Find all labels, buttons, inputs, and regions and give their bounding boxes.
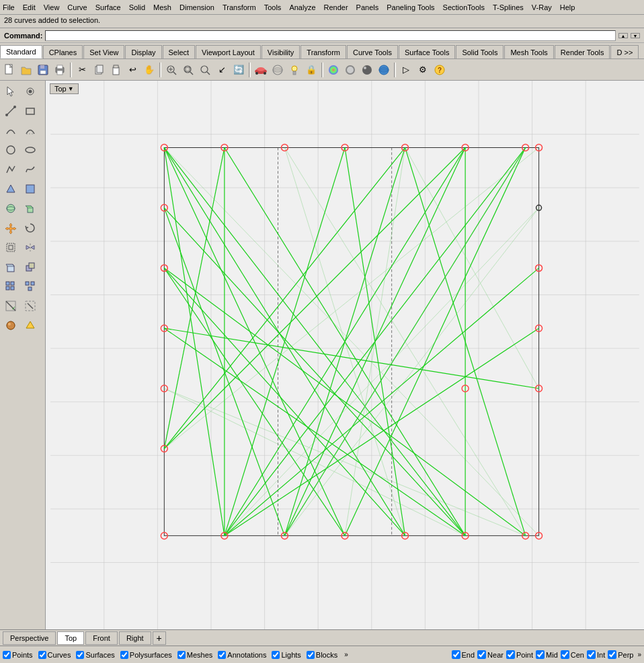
ellipse-tool[interactable] bbox=[21, 141, 40, 159]
rotate-view-button[interactable]: 🔄 bbox=[231, 62, 247, 78]
mirror-tool[interactable] bbox=[21, 238, 40, 257]
menu-surface[interactable]: Surface bbox=[95, 3, 121, 11]
tab-top[interactable]: Top bbox=[57, 631, 84, 645]
paste-button[interactable] bbox=[108, 62, 124, 78]
extrude-tool[interactable] bbox=[21, 199, 40, 218]
menu-edit[interactable]: Edit bbox=[23, 3, 36, 11]
color2-button[interactable] bbox=[342, 62, 358, 78]
check-annotations[interactable]: Annotations bbox=[218, 651, 266, 659]
scroll-down[interactable]: ▼ bbox=[631, 33, 640, 38]
menu-solid[interactable]: Solid bbox=[129, 3, 145, 11]
revolve-tool[interactable] bbox=[1, 199, 20, 218]
zoom-extents-all-button[interactable]: ↙ bbox=[214, 62, 230, 78]
menu-section-tools[interactable]: SectionTools bbox=[443, 3, 485, 11]
check-curves[interactable]: Curves bbox=[38, 651, 71, 659]
dimension-tool[interactable] bbox=[21, 316, 40, 335]
snap-near[interactable]: Near bbox=[477, 650, 504, 659]
rectangle-tool[interactable] bbox=[21, 102, 40, 120]
material-tool[interactable] bbox=[1, 316, 20, 335]
tab-render-tools[interactable]: Render Tools bbox=[555, 45, 610, 58]
tab-right[interactable]: Right bbox=[119, 631, 151, 645]
array-tool[interactable] bbox=[1, 277, 20, 296]
undo-button[interactable]: ↩ bbox=[124, 62, 140, 78]
check-lights[interactable]: Lights bbox=[272, 651, 300, 659]
sphere-wireframe-button[interactable] bbox=[270, 62, 286, 78]
select-tool[interactable] bbox=[1, 82, 20, 101]
tab-cplanes[interactable]: CPlanes bbox=[43, 45, 83, 58]
menu-curve[interactable]: Curve bbox=[67, 3, 87, 11]
zoom-extents-button[interactable] bbox=[163, 62, 179, 78]
box-tool[interactable] bbox=[1, 258, 20, 276]
snap-more-button[interactable]: » bbox=[637, 651, 641, 658]
trim2-tool[interactable] bbox=[21, 297, 40, 315]
copy-button[interactable] bbox=[91, 62, 107, 78]
tab-front[interactable]: Front bbox=[85, 631, 118, 645]
cut-button[interactable]: ✂ bbox=[74, 62, 90, 78]
menu-panels[interactable]: Panels bbox=[356, 3, 379, 11]
snap-cen[interactable]: Cen bbox=[561, 650, 584, 659]
snap-mid[interactable]: Mid bbox=[536, 650, 558, 659]
color1-button[interactable] bbox=[325, 62, 341, 78]
move-tool[interactable] bbox=[1, 219, 20, 237]
trim-tool[interactable]: ✓ bbox=[1, 297, 20, 315]
tab-mesh-tools[interactable]: Mesh Tools bbox=[504, 45, 553, 58]
save-button[interactable] bbox=[35, 62, 51, 78]
snap-perp[interactable]: Perp bbox=[608, 650, 633, 659]
check-points[interactable]: Points bbox=[3, 651, 33, 659]
circle-tool[interactable] bbox=[1, 141, 20, 159]
globe-button[interactable] bbox=[376, 62, 392, 78]
point-light-button[interactable] bbox=[286, 62, 303, 78]
tab-more[interactable]: D >> bbox=[610, 45, 639, 58]
check-surfaces[interactable]: Surfaces bbox=[76, 651, 114, 659]
menu-render[interactable]: Render bbox=[324, 3, 348, 11]
tab-perspective[interactable]: Perspective bbox=[3, 631, 56, 645]
surface-tool[interactable] bbox=[21, 180, 40, 198]
help-button[interactable]: ? bbox=[432, 62, 448, 78]
menu-paneling-tools[interactable]: Paneling Tools bbox=[387, 3, 434, 11]
snap-end[interactable]: End bbox=[452, 650, 475, 659]
tab-add-button[interactable]: + bbox=[153, 631, 166, 645]
check-blocks[interactable]: Blocks bbox=[307, 651, 337, 659]
rotate-tool[interactable] bbox=[21, 219, 40, 237]
tab-select[interactable]: Select bbox=[163, 45, 196, 58]
menu-tools[interactable]: Tools bbox=[264, 3, 282, 11]
tab-set-view[interactable]: Set View bbox=[83, 45, 124, 58]
triangle-button[interactable]: ▷ bbox=[398, 62, 414, 78]
viewport[interactable]: Top ▼ bbox=[46, 81, 644, 629]
scroll-up[interactable]: ▲ bbox=[618, 33, 628, 38]
tab-transform[interactable]: Transform bbox=[300, 45, 346, 58]
lock-button[interactable]: 🔒 bbox=[303, 62, 319, 78]
tab-solid-tools[interactable]: Solid Tools bbox=[456, 45, 504, 58]
menu-file[interactable]: File bbox=[3, 3, 15, 11]
open-button[interactable] bbox=[18, 62, 34, 78]
menu-vray[interactable]: V-Ray bbox=[532, 3, 552, 11]
surface-from-curves-tool[interactable] bbox=[1, 180, 20, 198]
tab-surface-tools[interactable]: Surface Tools bbox=[399, 45, 455, 58]
print-button[interactable] bbox=[52, 62, 68, 78]
menu-view[interactable]: View bbox=[44, 3, 60, 11]
check-polysurfaces[interactable]: Polysurfaces bbox=[120, 651, 172, 659]
render-sphere-button[interactable] bbox=[359, 62, 375, 78]
menu-tsplines[interactable]: T-Splines bbox=[493, 3, 524, 11]
arc-tool[interactable] bbox=[1, 121, 20, 140]
filter-more-button[interactable]: » bbox=[344, 651, 348, 658]
tab-visibility[interactable]: Visibility bbox=[261, 45, 300, 58]
tab-viewport-layout[interactable]: Viewport Layout bbox=[196, 45, 261, 58]
menu-mesh[interactable]: Mesh bbox=[153, 3, 171, 11]
arc2-tool[interactable] bbox=[21, 121, 40, 140]
tab-curve-tools[interactable]: Curve Tools bbox=[347, 45, 398, 58]
menu-transform[interactable]: Transform bbox=[223, 3, 256, 11]
spline-tool[interactable] bbox=[21, 160, 40, 179]
array2-tool[interactable] bbox=[21, 277, 40, 296]
polyline-tool[interactable] bbox=[1, 160, 20, 179]
viewport-label[interactable]: Top ▼ bbox=[50, 83, 79, 94]
menu-help[interactable]: Help bbox=[560, 3, 575, 11]
new-button[interactable] bbox=[1, 62, 17, 78]
check-meshes[interactable]: Meshes bbox=[177, 651, 213, 659]
snap-int[interactable]: Int bbox=[587, 650, 605, 659]
tab-standard[interactable]: Standard bbox=[0, 45, 42, 58]
zoom-window-button[interactable] bbox=[180, 62, 196, 78]
snap-point[interactable]: Point bbox=[506, 650, 533, 659]
settings-button[interactable]: ⚙ bbox=[415, 62, 431, 78]
scale-tool[interactable] bbox=[1, 238, 20, 257]
